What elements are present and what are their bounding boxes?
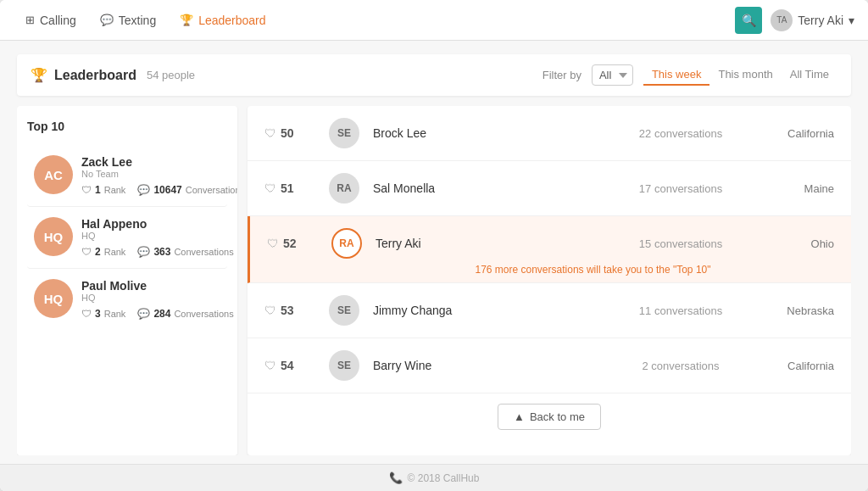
row-location-50: California <box>749 127 834 140</box>
sidebar-name-1: Zack Lee <box>81 155 237 169</box>
table-row: 🛡 54 SE Barry Wine 2 conversations Calif… <box>248 338 851 393</box>
chevron-down-icon: ▾ <box>849 14 854 27</box>
row-location-51: Maine <box>749 182 834 195</box>
row-convs-53: 11 conversations <box>626 304 736 317</box>
table-row-highlighted: 🛡 52 RA Terry Aki 15 conversations Ohio … <box>248 216 851 283</box>
back-to-me-button[interactable]: ▲ Back to me <box>498 404 601 430</box>
rank-cell-54: 🛡 54 <box>264 359 315 372</box>
tab-this-week[interactable]: This week <box>643 64 710 86</box>
rank-cell-50: 🛡 50 <box>264 126 315 140</box>
sidebar-rank-2: 🛡 2 Rank <box>81 246 125 258</box>
chat-icon-3: 💬 <box>137 308 150 320</box>
nav-texting[interactable]: 💬 Texting <box>88 2 168 39</box>
search-button[interactable]: 🔍 <box>735 7 762 34</box>
leaderboard-body: Top 10 AC Zack Lee No Team 🛡 1 Rank <box>17 106 851 455</box>
search-icon: 🔍 <box>742 14 756 27</box>
sidebar-stats-2: 🛡 2 Rank 💬 363 Conversations <box>81 246 234 258</box>
row-convs-52: 15 conversations <box>626 237 736 250</box>
sidebar-convs-3: 💬 284 Conversations <box>137 308 233 320</box>
sidebar-item-3[interactable]: HQ Paul Molive HQ 🛡 3 Rank 💬 <box>27 269 227 330</box>
row-location-54: California <box>749 360 834 372</box>
row-avatar-53: SE <box>329 295 359 326</box>
sidebar-avatar-2: HQ <box>34 217 73 256</box>
nav-right: 🔍 TA Terry Aki ▾ <box>735 7 854 34</box>
sidebar-team-3: HQ <box>81 293 234 303</box>
shield-icon-2: 🛡 <box>81 246 92 258</box>
sidebar-name-3: Paul Molive <box>81 279 234 293</box>
trophy-icon: 🏆 <box>31 67 47 83</box>
sidebar-avatar-3: HQ <box>34 279 73 318</box>
rank-number: 51 <box>281 181 294 195</box>
shield-icon: 🛡 <box>264 304 276 317</box>
sidebar-stats-3: 🛡 3 Rank 💬 284 Conversations <box>81 308 234 320</box>
sidebar-info-2: Hal Appeno HQ 🛡 2 Rank 💬 363 Con <box>81 217 234 258</box>
user-name: Terry Aki <box>798 14 843 27</box>
chevron-up-icon: ▲ <box>514 410 525 423</box>
sidebar-item-1[interactable]: AC Zack Lee No Team 🛡 1 Rank 💬 <box>27 145 227 207</box>
calling-icon: ⊞ <box>25 14 35 26</box>
table-row: 🛡 50 SE Brock Lee 22 conversations Calif… <box>248 106 851 161</box>
sidebar-initials-2: HQ <box>44 230 64 244</box>
nav-left: ⊞ Calling 💬 Texting 🏆 Leaderboard <box>14 2 278 39</box>
shield-icon-1: 🛡 <box>81 184 92 196</box>
back-to-me-row: ▲ Back to me <box>248 393 851 440</box>
tab-all-time[interactable]: All Time <box>782 64 837 86</box>
leaderboard-header: 🏆 Leaderboard 54 people Filter by All Th… <box>17 54 851 96</box>
footer: 📞 © 2018 CallHub <box>0 464 868 491</box>
leaderboard-icon: 🏆 <box>180 14 193 26</box>
chat-icon-1: 💬 <box>137 184 150 196</box>
sidebar-title: Top 10 <box>27 120 227 133</box>
sidebar-name-2: Hal Appeno <box>81 217 234 231</box>
highlight-message: 176 more conversations will take you to … <box>335 264 851 279</box>
shield-icon: 🛡 <box>264 181 276 195</box>
filter-select[interactable]: All <box>592 64 633 86</box>
back-to-me-label: Back to me <box>530 410 585 423</box>
sidebar-team-2: HQ <box>81 231 234 241</box>
sidebar-avatar-1: AC <box>34 155 73 194</box>
sidebar-initials-3: HQ <box>44 292 64 306</box>
user-avatar: TA <box>771 9 793 31</box>
nav-calling[interactable]: ⊞ Calling <box>14 2 88 39</box>
texting-icon: 💬 <box>100 14 114 26</box>
nav-leaderboard[interactable]: 🏆 Leaderboard <box>168 2 277 39</box>
leaderboard-sidebar: Top 10 AC Zack Lee No Team 🛡 1 Rank <box>17 106 237 455</box>
rank-cell-52: 🛡 52 <box>267 237 318 250</box>
sidebar-initials-1: AC <box>44 168 63 182</box>
sidebar-item-2[interactable]: HQ Hal Appeno HQ 🛡 2 Rank 💬 <box>27 207 227 269</box>
sidebar-info-1: Zack Lee No Team 🛡 1 Rank 💬 10647 <box>81 155 237 196</box>
sidebar-info-3: Paul Molive HQ 🛡 3 Rank 💬 284 Co <box>81 279 234 320</box>
row-avatar-52: RA <box>331 228 362 259</box>
user-initials: TA <box>776 15 787 25</box>
row-avatar-50: SE <box>329 118 359 148</box>
rank-cell-51: 🛡 51 <box>264 181 315 195</box>
row-convs-50: 22 conversations <box>626 127 736 140</box>
shield-icon: 🛡 <box>267 237 279 250</box>
sidebar-convs-2: 💬 363 Conversations <box>137 246 233 258</box>
leaderboard-count: 54 people <box>147 69 195 81</box>
row-avatar-51: RA <box>329 173 359 204</box>
rank-number: 52 <box>283 237 297 250</box>
tab-this-month[interactable]: This month <box>709 64 781 86</box>
shield-icon: 🛡 <box>264 359 276 372</box>
chat-icon-2: 💬 <box>137 246 150 258</box>
callhub-icon: 📞 <box>389 471 403 484</box>
user-menu-button[interactable]: TA Terry Aki ▾ <box>771 9 854 31</box>
row-name-52: Terry Aki <box>376 237 612 250</box>
row-name-53: Jimmy Changa <box>373 304 612 317</box>
sidebar-team-1: No Team <box>81 169 237 179</box>
filter-area: Filter by All This week This month All T… <box>542 64 837 86</box>
row-convs-51: 17 conversations <box>626 182 736 195</box>
rank-number: 50 <box>281 126 294 140</box>
period-tabs: This week This month All Time <box>643 64 837 86</box>
table-row: 🛡 53 SE Jimmy Changa 11 conversations Ne… <box>248 283 851 338</box>
topnav: ⊞ Calling 💬 Texting 🏆 Leaderboard 🔍 TA T… <box>0 0 868 41</box>
leaderboard-label: Leaderboard <box>198 14 265 27</box>
row-avatar-54: SE <box>329 350 359 381</box>
table-row: 🛡 51 RA Sal Monella 17 conversations Mai… <box>248 161 851 216</box>
filter-label: Filter by <box>542 69 581 81</box>
leaderboard-title-area: 🏆 Leaderboard 54 people <box>31 67 195 83</box>
row-name-54: Barry Wine <box>373 359 612 372</box>
calling-label: Calling <box>40 14 76 27</box>
row-name-51: Sal Monella <box>373 181 612 195</box>
sidebar-stats-1: 🛡 1 Rank 💬 10647 Conversations <box>81 184 237 196</box>
